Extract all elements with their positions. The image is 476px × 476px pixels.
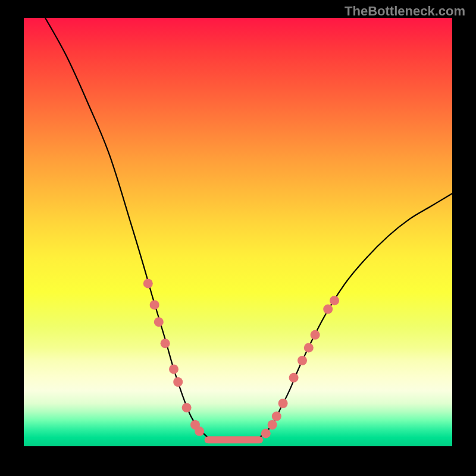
chart-area [24, 18, 452, 446]
marker-dot [169, 364, 178, 374]
marker-dot [261, 428, 271, 438]
marker-dot [298, 356, 307, 365]
markers-right [261, 296, 339, 438]
marker-dot [154, 317, 164, 327]
marker-dot [323, 305, 333, 314]
chart-svg [24, 18, 452, 446]
marker-dot [330, 296, 339, 305]
marker-dot [150, 300, 159, 309]
marker-dot [161, 339, 170, 348]
marker-dot [182, 403, 192, 412]
left-curve [45, 18, 208, 438]
marker-dot [289, 373, 299, 383]
marker-dot [278, 399, 288, 408]
marker-dot [272, 412, 281, 421]
markers-left [143, 278, 204, 436]
marker-dot [195, 427, 204, 436]
marker-dot [143, 278, 153, 288]
marker-dot [268, 420, 277, 430]
marker-dot [173, 377, 183, 387]
right-curve [259, 193, 452, 437]
marker-dot [304, 343, 314, 352]
watermark-text: TheBottleneck.com [345, 4, 465, 19]
marker-dot [311, 330, 320, 340]
